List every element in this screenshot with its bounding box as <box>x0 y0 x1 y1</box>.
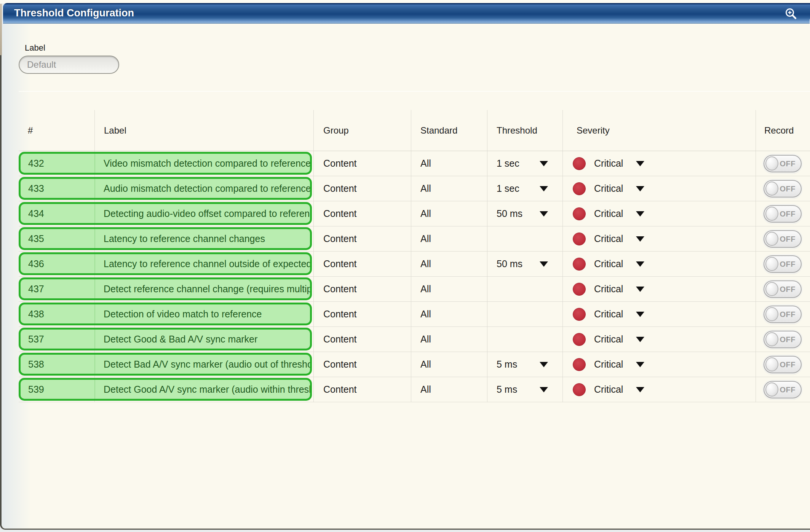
severity-dot-icon <box>573 358 586 371</box>
record-toggle[interactable]: OFF <box>764 155 802 172</box>
label-input[interactable] <box>19 56 119 74</box>
chevron-down-icon[interactable] <box>540 211 548 217</box>
threshold-table: # Label Group Standard Threshold Severit… <box>19 110 810 402</box>
record-toggle[interactable]: OFF <box>764 331 802 348</box>
row-number: 435 <box>21 229 95 248</box>
threshold-dropdown[interactable]: 50 ms <box>487 252 563 276</box>
selected-row-highlight[interactable]: 438Detection of video match to reference <box>19 303 312 325</box>
toggle-knob[interactable] <box>765 282 778 296</box>
selected-row-highlight[interactable]: 437Detect reference channel change (requ… <box>19 277 312 300</box>
threshold-dropdown[interactable]: 5 ms <box>487 377 563 402</box>
selected-row-highlight[interactable]: 435Latency to reference channel changes <box>19 227 312 250</box>
severity-dropdown[interactable]: Critical <box>563 327 756 352</box>
record-toggle[interactable]: OFF <box>764 205 802 223</box>
record-cell: OFF <box>756 176 810 201</box>
toggle-knob[interactable] <box>765 232 778 246</box>
table-row: ContentAll50 msCriticalOFF436Latency to … <box>19 252 810 277</box>
toggle-knob[interactable] <box>765 332 778 346</box>
threshold-dropdown[interactable]: 5 ms <box>487 352 563 377</box>
selected-row-highlight[interactable]: 436Latency to reference channel outside … <box>19 252 312 275</box>
chevron-down-icon[interactable] <box>636 161 644 166</box>
selected-row-highlight[interactable]: 537Detect Good & Bad A/V sync marker <box>19 328 312 350</box>
threshold-dropdown[interactable]: 1 sec <box>487 176 563 201</box>
selected-row-highlight[interactable]: 539Detect Good A/V sync marker (audio wi… <box>19 378 312 401</box>
chevron-down-icon[interactable] <box>636 362 644 367</box>
severity-dropdown[interactable]: Critical <box>563 252 756 276</box>
group-cell: Content <box>314 176 411 201</box>
chevron-down-icon[interactable] <box>540 161 548 166</box>
toggle-state-label: OFF <box>780 184 796 193</box>
row-label: Latency to reference channel outside of … <box>95 254 310 273</box>
chevron-down-icon[interactable] <box>540 387 548 392</box>
toggle-state-label: OFF <box>780 260 796 268</box>
chevron-down-icon[interactable] <box>540 362 548 367</box>
column-header-label: Label <box>95 110 314 151</box>
chevron-down-icon[interactable] <box>540 186 548 191</box>
threshold-value: 5 ms <box>497 359 517 370</box>
toggle-knob[interactable] <box>765 182 778 196</box>
chevron-down-icon[interactable] <box>540 261 548 267</box>
selected-row-highlight[interactable]: 432Video mismatch detection compared to … <box>19 152 312 175</box>
severity-dot-icon <box>573 333 586 346</box>
severity-dropdown[interactable]: Critical <box>563 352 756 377</box>
toggle-knob[interactable] <box>765 207 778 221</box>
standard-cell: All <box>411 352 487 377</box>
toggle-knob[interactable] <box>765 307 778 321</box>
record-cell: OFF <box>756 252 810 276</box>
zoom-in-icon[interactable] <box>785 8 798 21</box>
standard-cell: All <box>411 327 487 352</box>
row-label: Detect Good A/V sync marker (audio withi… <box>95 380 310 399</box>
selected-row-highlight[interactable]: 433Audio mismatch detection compared to … <box>19 177 312 200</box>
severity-value: Critical <box>594 233 623 244</box>
record-toggle[interactable]: OFF <box>764 356 802 373</box>
row-label: Detection of video match to reference <box>95 304 310 323</box>
chevron-down-icon[interactable] <box>636 287 644 292</box>
toggle-state-label: OFF <box>780 385 796 394</box>
threshold-dropdown[interactable]: 1 sec <box>487 151 563 176</box>
standard-cell: All <box>411 277 487 301</box>
severity-dropdown[interactable]: Critical <box>563 201 756 226</box>
record-toggle[interactable]: OFF <box>764 255 802 273</box>
severity-dropdown[interactable]: Critical <box>563 226 756 251</box>
severity-dropdown[interactable]: Critical <box>563 151 756 176</box>
chevron-down-icon[interactable] <box>636 186 644 191</box>
group-cell: Content <box>314 327 411 352</box>
threshold-dropdown[interactable]: 50 ms <box>487 201 563 226</box>
threshold-dropdown <box>487 226 563 251</box>
severity-dropdown[interactable]: Critical <box>563 277 756 301</box>
record-toggle[interactable]: OFF <box>764 230 802 248</box>
toggle-knob[interactable] <box>765 257 778 271</box>
section-divider <box>19 91 810 92</box>
row-number: 437 <box>21 279 95 298</box>
group-cell: Content <box>314 352 411 377</box>
threshold-value: 1 sec <box>497 183 519 194</box>
standard-cell: All <box>411 176 487 201</box>
toggle-knob[interactable] <box>765 357 778 371</box>
chevron-down-icon[interactable] <box>636 312 644 317</box>
threshold-dropdown <box>487 302 563 327</box>
record-toggle[interactable]: OFF <box>764 180 802 198</box>
toggle-knob[interactable] <box>765 156 778 170</box>
chevron-down-icon[interactable] <box>636 337 644 342</box>
severity-dropdown[interactable]: Critical <box>563 176 756 201</box>
chevron-down-icon[interactable] <box>636 211 644 217</box>
selected-row-highlight[interactable]: 434Detecting audio-video offset compared… <box>19 202 312 225</box>
chevron-down-icon[interactable] <box>636 236 644 242</box>
toggle-knob[interactable] <box>765 382 778 397</box>
severity-dropdown[interactable]: Critical <box>563 377 756 402</box>
selected-row-highlight[interactable]: 538Detect Bad A/V sync marker (audio out… <box>19 353 312 376</box>
chevron-down-icon[interactable] <box>636 387 644 392</box>
severity-dot-icon <box>573 283 586 296</box>
record-toggle[interactable]: OFF <box>764 306 802 323</box>
table-row: ContentAll50 msCriticalOFF434Detecting a… <box>19 201 810 226</box>
record-cell: OFF <box>756 377 810 402</box>
group-cell: Content <box>314 226 411 251</box>
severity-value: Critical <box>594 208 623 219</box>
record-toggle[interactable]: OFF <box>764 280 802 298</box>
severity-dropdown[interactable]: Critical <box>563 302 756 327</box>
threshold-dropdown <box>487 327 563 352</box>
record-toggle[interactable]: OFF <box>764 381 802 398</box>
row-label: Detecting audio-video offset compared to… <box>95 204 310 223</box>
standard-cell: All <box>411 252 487 276</box>
chevron-down-icon[interactable] <box>636 261 644 267</box>
